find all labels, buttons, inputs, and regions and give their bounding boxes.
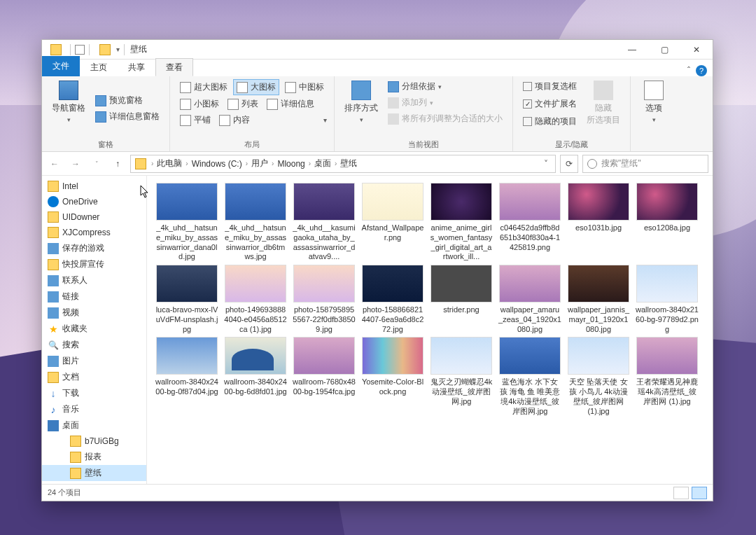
file-item[interactable]: photo-1496938884040-e0456a8512ca (1).jpg — [221, 263, 290, 335]
file-item[interactable]: _4k_uhd__hatsune_miku_by_assassinwarrior… — [153, 181, 221, 263]
options-button[interactable]: 选项 ▾ — [638, 79, 670, 140]
hide-selected-button[interactable]: 隐藏 所选项目 — [584, 79, 623, 138]
nav-item-1[interactable]: OneDrive — [42, 194, 146, 209]
nav-item-11[interactable]: 图片 — [42, 353, 146, 369]
contacts-icon — [48, 275, 59, 286]
tab-file[interactable]: 文件 — [42, 56, 80, 76]
nav-item-15[interactable]: 桌面 — [42, 417, 146, 433]
nav-item-13[interactable]: ↓下载 — [42, 385, 146, 401]
nav-item-14[interactable]: ♪音乐 — [42, 401, 146, 417]
tab-share[interactable]: 共享 — [118, 58, 155, 76]
nav-item-4[interactable]: 保存的游戏 — [42, 240, 146, 256]
sizecolumns-button[interactable]: 将所有列调整为合适的大小 — [385, 111, 505, 126]
details-pane-button[interactable]: 详细信息窗格 — [92, 109, 162, 124]
file-item[interactable]: _4k_uhd__kasumigaoka_utaha_by_assassinwa… — [290, 181, 358, 263]
tab-view[interactable]: 查看 — [155, 58, 193, 76]
address-dropdown-icon[interactable]: ˅ — [540, 159, 552, 169]
link-icon — [48, 291, 59, 303]
file-list[interactable]: _4k_uhd__hatsune_miku_by_assassinwarrior… — [147, 176, 713, 484]
nav-item-6[interactable]: 联系人 — [42, 272, 146, 289]
file-item[interactable]: eso1031b.jpg — [564, 181, 633, 263]
preview-pane-button[interactable]: 预览窗格 — [92, 93, 162, 108]
titlebar[interactable]: ▾ 壁纸 — ▢ ✕ — [42, 40, 713, 60]
breadcrumb-segment[interactable]: 壁纸 — [340, 158, 357, 169]
sort-button[interactable]: 排序方式 ▾ — [342, 79, 381, 138]
qat-dropdown-icon[interactable]: ▾ — [116, 46, 120, 53]
refresh-button[interactable]: ⟳ — [560, 155, 578, 173]
back-button[interactable]: ← — [46, 155, 63, 172]
file-item[interactable]: wallpaper_amaru_zeas_04_1920x1080.jpg — [496, 263, 564, 335]
addcolumns-button[interactable]: 添加列▾ — [385, 95, 505, 110]
breadcrumb-segment[interactable]: Mloong — [277, 159, 304, 169]
nav-item-16[interactable]: b7UiGBg — [42, 433, 146, 449]
file-item[interactable]: photo-1587958955567-22f0dfb38509.jpg — [290, 263, 358, 335]
item-checkboxes-toggle[interactable]: 项目复选框 — [520, 79, 580, 94]
thumbnail — [636, 265, 698, 303]
nav-item-12[interactable]: 文档 — [42, 369, 146, 385]
nav-tree[interactable]: IntelOneDriveUIDownerXJCompress保存的游戏快投屏宣… — [42, 176, 147, 484]
file-item[interactable]: 天空 坠落天使 女孩 小鸟儿 4k动漫壁纸_彼岸图网 (1).jpg — [564, 335, 633, 417]
breadcrumb-segment[interactable]: Windows (C:) — [192, 159, 242, 169]
view-thumbnails-button[interactable] — [692, 487, 707, 499]
file-item[interactable]: 王者荣耀遇见神鹿瑶4k高清壁纸_彼岸图网 (1).jpg — [633, 335, 701, 417]
nav-pane-button[interactable]: 导航窗格 ▾ — [49, 79, 88, 138]
file-name: c046452da9ffb8d651b340f830a4-1425819.png — [497, 223, 563, 252]
view-details-button[interactable] — [673, 487, 689, 499]
hidden-items-toggle[interactable]: 隐藏的项目 — [520, 114, 580, 129]
up-button[interactable]: ↑ — [109, 155, 126, 172]
file-item[interactable]: Afstand_Wallpaper.png — [358, 181, 427, 263]
layout-small[interactable]: 小图标 — [177, 97, 222, 111]
file-item[interactable]: wallroom-3840x2400-bg-6d8fd01.jpg — [221, 335, 290, 417]
file-item[interactable]: strider.png — [427, 263, 496, 335]
layout-details[interactable]: 详细信息 — [264, 97, 317, 111]
layout-tiles[interactable]: 平铺 — [177, 113, 214, 127]
file-item[interactable]: eso1208a.jpg — [633, 181, 701, 263]
collapse-ribbon-icon[interactable]: ˆ — [687, 66, 690, 76]
groupby-button[interactable]: 分组依据▾ — [385, 79, 505, 94]
file-item[interactable]: 蓝色海水 水下女孩 海龟 鱼 唯美意境4k动漫壁纸_彼岸图网.jpg — [496, 335, 564, 417]
layout-extralarge[interactable]: 超大图标 — [177, 79, 230, 95]
file-item[interactable]: wallpaper_jannis_mayr_01_1920x1080.jpg — [564, 263, 633, 335]
layout-medium[interactable]: 中图标 — [282, 79, 327, 95]
file-ext-toggle[interactable]: ✓文件扩展名 — [520, 97, 580, 111]
close-button[interactable]: ✕ — [680, 40, 713, 60]
file-item[interactable]: wallroom-3840x2160-bg-97789d2.png — [633, 263, 701, 335]
file-item[interactable]: luca-bravo-mxx-lVuVdFM-unsplash.jpg — [153, 263, 221, 335]
layout-more-icon[interactable]: ▾ — [323, 116, 327, 124]
layout-list[interactable]: 列表 — [225, 97, 261, 111]
tab-home[interactable]: 主页 — [80, 58, 118, 76]
nav-item-9[interactable]: ★收藏夹 — [42, 321, 146, 337]
file-item[interactable]: anime_anime_girls_women_fantasy_girl_dig… — [427, 181, 496, 263]
help-icon[interactable]: ? — [696, 65, 707, 76]
nav-item-7[interactable]: 链接 — [42, 289, 146, 305]
file-item[interactable]: 鬼灭之刃蝴蝶忍4k动漫壁纸_彼岸图网.jpg — [427, 335, 496, 417]
file-item[interactable]: wallroom-7680x4800-bg-1954fca.jpg — [290, 335, 358, 417]
qat-checkbox-icon[interactable] — [75, 45, 85, 55]
breadcrumb-segment[interactable]: 桌面 — [314, 158, 331, 169]
breadcrumb[interactable]: › 此电脑› Windows (C:)› 用户› Mloong› 桌面› 壁纸 … — [130, 155, 556, 173]
nav-item-3[interactable]: XJCompress — [42, 225, 146, 240]
nav-item-17[interactable]: 报表 — [42, 449, 146, 465]
file-item[interactable]: photo-1588668214407-6ea9a6d8c272.jpg — [358, 263, 427, 335]
nav-item-5[interactable]: 快投屏宣传 — [42, 256, 146, 272]
file-item[interactable]: Yosemite-Color-Block.png — [358, 335, 427, 417]
breadcrumb-segment[interactable]: 用户 — [251, 158, 268, 169]
nav-item-0[interactable]: Intel — [42, 179, 146, 194]
file-item[interactable]: _4k_uhd__hatsune_miku_by_assassinwarrior… — [221, 181, 290, 263]
file-item[interactable]: c046452da9ffb8d651b340f830a4-1425819.png — [496, 181, 564, 263]
breadcrumb-segment[interactable]: 此电脑 — [157, 158, 182, 169]
layout-large[interactable]: 大图标 — [233, 79, 279, 95]
nav-item-18[interactable]: 壁纸 — [42, 465, 146, 481]
nav-item-2[interactable]: UIDowner — [42, 209, 146, 225]
search-input[interactable]: 搜索"壁纸" — [582, 155, 708, 173]
maximize-button[interactable]: ▢ — [648, 40, 680, 60]
file-item[interactable]: wallroom-3840x2400-bg-0f87d04.jpg — [153, 335, 221, 417]
explorer-window: ▾ 壁纸 — ▢ ✕ 文件 主页 共享 查看 ˆ ? 导航窗格 ▾ — [41, 39, 713, 501]
file-name: _4k_uhd__hatsune_miku_by_assassinwarrior… — [154, 223, 220, 262]
nav-item-8[interactable]: 视频 — [42, 305, 146, 321]
forward-button[interactable]: → — [67, 155, 84, 172]
minimize-button[interactable]: — — [616, 40, 648, 60]
nav-item-10[interactable]: 🔍搜索 — [42, 337, 146, 353]
layout-content[interactable]: 内容 — [216, 113, 253, 127]
recent-dropdown[interactable]: ˅ — [88, 155, 105, 172]
